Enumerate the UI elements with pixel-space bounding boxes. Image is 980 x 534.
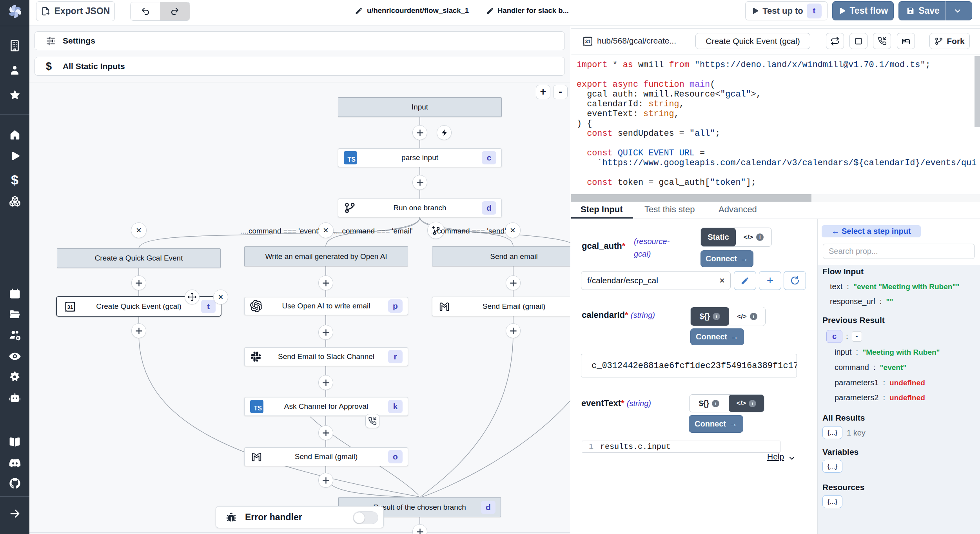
svg-text:31: 31 bbox=[585, 39, 591, 44]
svg-text:31: 31 bbox=[67, 304, 73, 310]
